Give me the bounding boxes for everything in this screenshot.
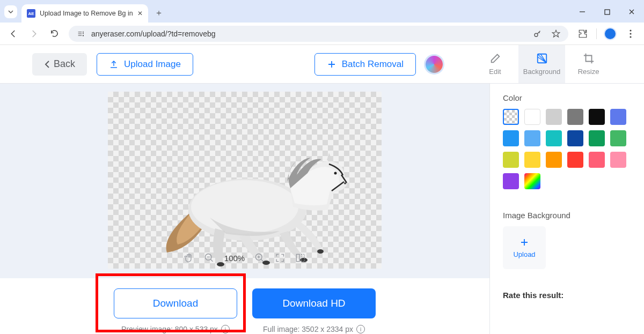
tool-resize[interactable]: Resize — [565, 45, 612, 83]
plus-icon — [519, 237, 529, 247]
arrow-right-icon — [29, 29, 39, 39]
rate-heading: Rate this result: — [503, 291, 631, 300]
chevron-down-icon — [8, 9, 14, 15]
result-image — [108, 108, 382, 269]
tab-search-button[interactable] — [0, 1, 21, 23]
svg-rect-1 — [605, 10, 610, 14]
info-icon[interactable]: i — [356, 325, 365, 333]
upload-icon — [109, 60, 119, 69]
download-button[interactable]: Download — [114, 288, 237, 318]
new-tab-button[interactable]: ＋ — [151, 5, 166, 20]
upload-label: Upload Image — [124, 59, 181, 70]
favicon: AE — [27, 9, 35, 18]
separator — [596, 28, 597, 39]
download-hd-button[interactable]: Download HD — [252, 288, 376, 318]
bookmark-icon[interactable] — [551, 29, 561, 39]
tool-background[interactable]: Background — [518, 45, 565, 83]
tab-title: Upload Image to Remove Bg in — [40, 10, 133, 17]
svg-rect-24 — [297, 254, 300, 261]
svg-point-4 — [535, 33, 538, 36]
svg-point-10 — [191, 180, 298, 234]
zoom-value: 100% — [224, 254, 245, 263]
reload-icon — [50, 29, 59, 38]
chevron-left-icon — [44, 61, 50, 68]
address-bar[interactable]: anyeraser.com/upload/?td=removebg — [69, 26, 568, 42]
svg-rect-25 — [302, 254, 305, 261]
svg-point-7 — [630, 36, 631, 38]
zoom-in-button[interactable] — [254, 253, 265, 263]
site-settings-icon[interactable] — [76, 29, 86, 39]
info-icon[interactable]: i — [221, 325, 230, 333]
color-swatch[interactable] — [546, 130, 562, 146]
key-icon[interactable] — [533, 29, 543, 39]
batch-removal-button[interactable]: Batch Removal — [314, 53, 416, 76]
extensions-button[interactable] — [574, 25, 592, 43]
svg-point-11 — [334, 172, 337, 175]
svg-point-2 — [83, 33, 84, 34]
chrome-menu-button[interactable] — [621, 25, 640, 43]
tool-tabs: Edit Background Resize — [472, 45, 612, 83]
close-icon — [628, 9, 635, 15]
color-swatch[interactable] — [503, 130, 519, 146]
color-swatch[interactable] — [589, 152, 605, 168]
close-tab-icon[interactable]: ✕ — [137, 10, 143, 17]
browser-tab[interactable]: AE Upload Image to Remove Bg in ✕ — [21, 4, 148, 23]
profile-button[interactable] — [601, 25, 619, 43]
color-swatch[interactable] — [546, 152, 562, 168]
user-avatar[interactable] — [426, 56, 443, 73]
color-swatch[interactable] — [503, 109, 519, 125]
nav-forward-button[interactable] — [25, 25, 43, 43]
image-canvas[interactable]: 100% — [108, 92, 382, 269]
window-maximize-button[interactable] — [595, 1, 619, 23]
image-background-heading: Image Background — [503, 211, 631, 220]
arrow-left-icon — [9, 29, 18, 39]
back-label: Back — [54, 58, 75, 70]
pan-tool[interactable] — [184, 253, 194, 263]
svg-point-12 — [344, 182, 346, 184]
download-bar: Download Preview image: 800 x 533 px i D… — [0, 279, 489, 334]
color-heading: Color — [503, 93, 631, 102]
color-swatch[interactable] — [589, 109, 605, 125]
color-swatch[interactable] — [567, 109, 583, 125]
preview-dimensions: Preview image: 800 x 533 px i — [121, 325, 230, 333]
color-swatch[interactable] — [524, 152, 540, 168]
full-dimensions: Full image: 3502 x 2334 px i — [263, 325, 365, 333]
window-minimize-button[interactable] — [570, 1, 595, 23]
color-swatch[interactable] — [524, 173, 540, 189]
plus-icon — [327, 60, 336, 69]
crop-icon — [583, 53, 595, 64]
fullscreen-button[interactable] — [275, 253, 286, 263]
reload-button[interactable] — [45, 25, 63, 43]
edit-icon — [489, 53, 501, 64]
color-swatch[interactable] — [610, 130, 626, 146]
upload-image-button[interactable]: Upload Image — [97, 53, 193, 76]
maximize-icon — [604, 9, 610, 15]
color-swatch[interactable] — [503, 173, 519, 189]
compare-button[interactable] — [295, 253, 306, 263]
canvas-toolbar: 100% — [184, 253, 306, 263]
color-swatch[interactable] — [546, 109, 562, 125]
color-swatch[interactable] — [524, 109, 540, 125]
svg-point-6 — [630, 33, 631, 34]
color-swatch[interactable] — [503, 152, 519, 168]
svg-point-16 — [317, 249, 324, 254]
zoom-out-button[interactable] — [204, 253, 215, 263]
tool-edit[interactable]: Edit — [472, 45, 518, 83]
window-close-button[interactable] — [619, 1, 644, 23]
back-button[interactable]: Back — [32, 53, 87, 76]
color-swatch[interactable] — [610, 152, 626, 168]
svg-point-5 — [630, 29, 631, 31]
color-swatch[interactable] — [567, 152, 583, 168]
color-swatch[interactable] — [567, 130, 583, 146]
minimize-icon — [579, 9, 586, 15]
color-swatches — [503, 109, 631, 189]
sidebar: Color Image Background Upload Rate this … — [489, 84, 644, 334]
kebab-icon — [630, 29, 632, 38]
color-swatch[interactable] — [524, 130, 540, 146]
upload-background-button[interactable]: Upload — [503, 226, 546, 269]
color-swatch[interactable] — [589, 130, 605, 146]
color-swatch[interactable] — [610, 109, 626, 125]
svg-line-23 — [261, 259, 264, 262]
nav-back-button[interactable] — [4, 25, 23, 43]
avatar-icon — [605, 28, 616, 39]
